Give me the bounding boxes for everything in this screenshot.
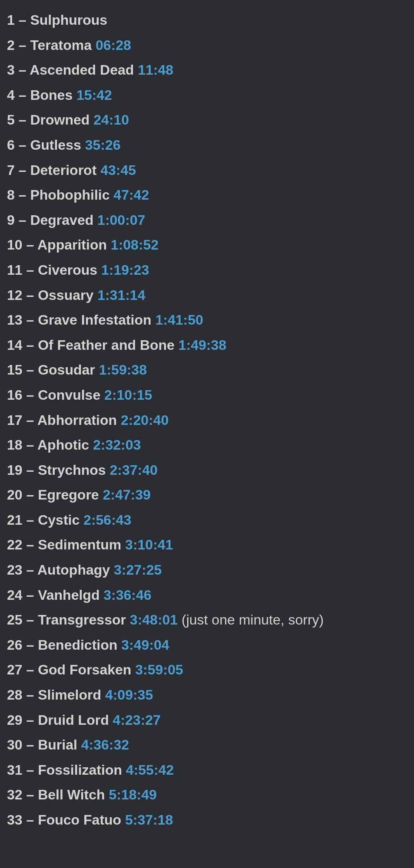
list-item: 22 – Sedimentum 3:10:41 [7,533,407,558]
track-time: 1:49:38 [179,337,226,353]
track-number-name: 23 – Autophagy [7,562,114,578]
track-number-name: 1 – Sulphurous [7,12,107,28]
list-item: 12 – Ossuary 1:31:14 [7,283,407,308]
track-number-name: 29 – Druid Lord [7,712,113,728]
track-number-name: 33 – Fouco Fatuo [7,812,125,828]
track-time: 4:55:42 [126,762,174,778]
track-number-name: 6 – Gutless [7,137,85,153]
track-number-name: 22 – Sedimentum [7,537,125,552]
track-time: 3:10:41 [125,537,173,552]
track-time: 3:36:46 [103,587,151,603]
list-item: 21 – Cystic 2:56:43 [7,508,407,533]
track-time: 11:48 [138,62,173,78]
track-time: 3:48:01 [130,612,178,628]
track-time: 2:10:15 [104,387,152,403]
list-item: 6 – Gutless 35:26 [7,133,407,158]
track-time: 15:42 [76,87,112,103]
list-item: 13 – Grave Infestation 1:41:50 [7,308,407,333]
list-item: 16 – Convulse 2:10:15 [7,383,407,408]
list-item: 27 – God Forsaken 3:59:05 [7,658,407,683]
track-number-name: 9 – Degraved [7,212,97,228]
list-item: 26 – Benediction 3:49:04 [7,633,407,658]
list-item: 11 – Civerous 1:19:23 [7,258,407,283]
track-time: 24:10 [93,112,129,128]
track-number-name: 3 – Ascended Dead [7,62,138,78]
track-list: 1 – Sulphurous 2 – Teratoma 06:283 – Asc… [7,8,407,833]
track-time: 43:45 [100,162,136,178]
track-number-name: 16 – Convulse [7,387,104,403]
track-number-name: 14 – Of Feather and Bone [7,337,179,353]
list-item: 9 – Degraved 1:00:07 [7,208,407,233]
track-number-name: 32 – Bell Witch [7,787,109,802]
track-number-name: 30 – Burial [7,737,81,753]
track-time: 3:59:05 [135,662,183,677]
list-item: 25 – Transgressor 3:48:01 (just one minu… [7,608,407,633]
list-item: 3 – Ascended Dead 11:48 [7,58,407,83]
track-time: 5:18:49 [109,787,156,802]
track-number-name: 26 – Benediction [7,637,121,653]
track-time: 35:26 [85,137,121,153]
list-item: 2 – Teratoma 06:28 [7,33,407,58]
track-time: 1:59:38 [99,362,147,378]
track-number-name: 11 – Civerous [7,262,101,278]
track-time: 2:47:39 [103,487,151,503]
track-time: 3:27:25 [114,562,162,578]
track-time: 1:00:07 [97,212,145,228]
track-time: 2:37:40 [110,462,158,478]
track-time: 4:09:35 [105,687,153,703]
track-time: 4:36:32 [81,737,129,753]
list-item: 23 – Autophagy 3:27:25 [7,558,407,583]
track-number-name: 15 – Gosudar [7,362,99,378]
list-item: 29 – Druid Lord 4:23:27 [7,708,407,733]
track-number-name: 24 – Vanhelgd [7,587,103,603]
list-item: 18 – Aphotic 2:32:03 [7,433,407,458]
track-number-name: 10 – Apparition [7,237,111,253]
list-item: 14 – Of Feather and Bone 1:49:38 [7,333,407,358]
list-item: 31 – Fossilization 4:55:42 [7,758,407,783]
track-time: 1:31:14 [97,287,145,303]
track-time: 47:42 [113,187,149,203]
track-number-name: 27 – God Forsaken [7,662,135,677]
list-item: 15 – Gosudar 1:59:38 [7,358,407,383]
track-number-name: 7 – Deteriorot [7,162,100,178]
track-number-name: 21 – Cystic [7,512,83,528]
track-number-name: 5 – Drowned [7,112,93,128]
list-item: 28 – Slimelord 4:09:35 [7,683,407,708]
track-number-name: 19 – Strychnos [7,462,110,478]
track-time: 1:08:52 [111,237,159,253]
track-time: 2:20:40 [121,412,169,428]
list-item: 4 – Bones 15:42 [7,83,407,108]
track-number-name: 8 – Phobophilic [7,187,113,203]
list-item: 7 – Deteriorot 43:45 [7,158,407,183]
list-item: 30 – Burial 4:36:32 [7,733,407,758]
list-item: 5 – Drowned 24:10 [7,108,407,133]
track-number-name: 2 – Teratoma [7,37,96,53]
list-item: 10 – Apparition 1:08:52 [7,233,407,258]
track-time: 2:56:43 [83,512,131,528]
list-item: 1 – Sulphurous [7,8,407,33]
track-number-name: 4 – Bones [7,87,76,103]
track-time: 1:41:50 [155,312,203,328]
track-number-name: 28 – Slimelord [7,687,105,703]
track-time: 1:19:23 [101,262,149,278]
track-number-name: 18 – Aphotic [7,437,93,453]
track-time: 2:32:03 [93,437,141,453]
list-item: 33 – Fouco Fatuo 5:37:18 [7,808,407,833]
list-item: 8 – Phobophilic 47:42 [7,183,407,208]
list-item: 20 – Egregore 2:47:39 [7,483,407,508]
track-time: 4:23:27 [113,712,161,728]
list-item: 19 – Strychnos 2:37:40 [7,458,407,483]
track-time: 5:37:18 [125,812,173,828]
track-number-name: 17 – Abhorration [7,412,121,428]
track-time: 3:49:04 [121,637,169,653]
track-note: (just one minute, sorry) [182,612,324,628]
list-item: 24 – Vanhelgd 3:36:46 [7,583,407,608]
track-number-name: 20 – Egregore [7,487,103,503]
track-time: 06:28 [96,37,131,53]
list-item: 32 – Bell Witch 5:18:49 [7,783,407,808]
track-number-name: 13 – Grave Infestation [7,312,155,328]
track-number-name: 25 – Transgressor [7,612,130,628]
list-item: 17 – Abhorration 2:20:40 [7,408,407,433]
track-number-name: 12 – Ossuary [7,287,97,303]
track-number-name: 31 – Fossilization [7,762,126,778]
